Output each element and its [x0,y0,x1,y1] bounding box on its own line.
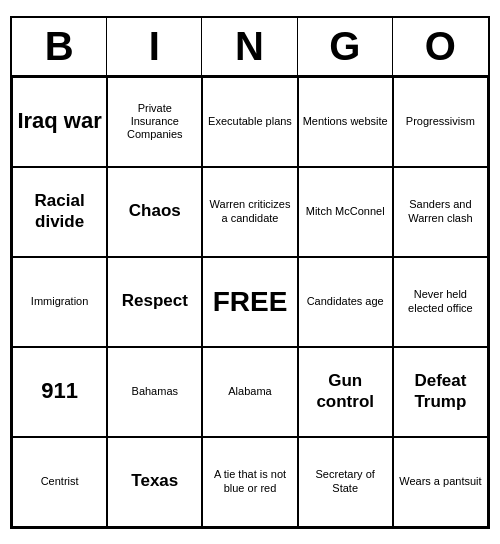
cell-r4-c3: Secretary of State [298,437,393,527]
cell-r0-c0: Iraq war [12,77,107,167]
cell-r4-c1: Texas [107,437,202,527]
cell-r4-c4: Wears a pantsuit [393,437,488,527]
cell-r1-c4: Sanders and Warren clash [393,167,488,257]
cell-r3-c1: Bahamas [107,347,202,437]
cell-r3-c2: Alabama [202,347,297,437]
cell-r3-c4: Defeat Trump [393,347,488,437]
cell-r2-c3: Candidates age [298,257,393,347]
cell-r3-c3: Gun control [298,347,393,437]
cell-r0-c2: Executable plans [202,77,297,167]
cell-r2-c0: Immigration [12,257,107,347]
cell-r1-c1: Chaos [107,167,202,257]
cell-r1-c3: Mitch McConnel [298,167,393,257]
cell-r4-c2: A tie that is not blue or red [202,437,297,527]
cell-r1-c0: Racial divide [12,167,107,257]
bingo-letter-I: I [107,18,202,75]
cell-r2-c2: FREE [202,257,297,347]
bingo-grid: Iraq warPrivate Insurance CompaniesExecu… [12,77,488,527]
cell-r0-c3: Mentions website [298,77,393,167]
bingo-letter-G: G [298,18,393,75]
cell-r1-c2: Warren criticizes a candidate [202,167,297,257]
cell-r2-c4: Never held elected office [393,257,488,347]
cell-r0-c4: Progressivism [393,77,488,167]
cell-r3-c0: 911 [12,347,107,437]
cell-r4-c0: Centrist [12,437,107,527]
cell-r0-c1: Private Insurance Companies [107,77,202,167]
bingo-letter-B: B [12,18,107,75]
cell-r2-c1: Respect [107,257,202,347]
bingo-header: BINGO [12,18,488,77]
bingo-letter-N: N [202,18,297,75]
bingo-card: BINGO Iraq warPrivate Insurance Companie… [10,16,490,529]
bingo-letter-O: O [393,18,488,75]
